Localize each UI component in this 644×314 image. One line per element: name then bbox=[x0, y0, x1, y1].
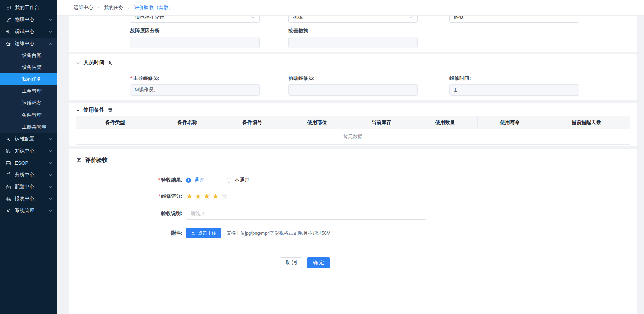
sidebar-item-ops-config[interactable]: 运维配置 bbox=[0, 133, 57, 145]
breadcrumb-item-ops-center[interactable]: 运维中心 bbox=[74, 5, 93, 11]
chevron-down-icon bbox=[49, 149, 52, 153]
fault-phenomenon-select[interactable]: 轴承存在异音 bbox=[130, 16, 260, 23]
sidebar-item-knowledge-center[interactable]: 知识中心 bbox=[0, 145, 57, 157]
sidebar-subitem-ops-archive[interactable]: 运维档案 bbox=[0, 97, 57, 109]
col-use-qty: 使用数量 bbox=[413, 116, 477, 129]
col-use-position: 使用部位 bbox=[285, 116, 350, 129]
sidebar-item-label: 配置中心 bbox=[15, 184, 45, 190]
star-icon[interactable]: ★ bbox=[186, 192, 193, 200]
note-placeholder: 请输入 bbox=[191, 210, 205, 217]
sidebar-subitem-device-ledger[interactable]: 设备台账 bbox=[0, 50, 57, 61]
improvement-input[interactable] bbox=[288, 37, 418, 48]
fault-cause-input[interactable] bbox=[130, 37, 260, 48]
chevron-down-icon bbox=[49, 18, 52, 22]
sidebar-subitem-device-alarm[interactable]: 设备告警 bbox=[0, 61, 57, 73]
report-table-icon bbox=[5, 196, 11, 202]
magnifier-robot-icon bbox=[5, 28, 11, 35]
col-use-life: 使用寿命 bbox=[477, 116, 543, 129]
bar-chart-icon bbox=[5, 172, 11, 178]
cancel-button[interactable]: 取 消 bbox=[280, 257, 302, 268]
chevron-down-icon bbox=[49, 161, 52, 165]
footer-buttons: 取 消 确 定 bbox=[280, 257, 630, 268]
star-outline-icon[interactable]: ☆ bbox=[221, 192, 228, 200]
fault-cause-label: 故障原因分析: bbox=[130, 28, 260, 34]
star-icon[interactable]: ★ bbox=[195, 192, 202, 200]
star-icon[interactable]: ★ bbox=[212, 192, 219, 200]
spares-section-title: 使用备件 bbox=[83, 107, 104, 113]
repair-score-row: *维修评分: ★ ★ ★ ★ ☆ bbox=[76, 192, 630, 200]
sidebar-subitem-workorder-mgmt[interactable]: 工单管理 bbox=[0, 85, 57, 97]
chevron-down-icon bbox=[49, 197, 52, 201]
archive-box-icon bbox=[108, 107, 113, 113]
radio-fail-label[interactable]: 不通过 bbox=[235, 177, 249, 183]
repair-time-value: 1 bbox=[454, 87, 574, 93]
required-asterisk: * bbox=[158, 177, 160, 183]
upload-hint: 支持上传jpg/png/mp4等影视格式文件,且不超过50M bbox=[227, 230, 330, 236]
col-spare-type: 备件类型 bbox=[76, 116, 155, 129]
acceptance-result-row: *验收结果: 通过 不通过 bbox=[76, 177, 630, 183]
sidebar-item-label: 知识中心 bbox=[15, 148, 45, 154]
house-wrench-icon bbox=[5, 40, 11, 47]
sidebar-item-label: 分析中心 bbox=[15, 172, 45, 178]
chevron-down-icon bbox=[409, 16, 413, 19]
chevron-down-icon bbox=[49, 137, 52, 141]
confirm-button[interactable]: 确 定 bbox=[307, 257, 330, 268]
radio-pass-label[interactable]: 通过 bbox=[194, 177, 204, 183]
fault-analysis-card: 轴承存在异音 机械 维修 故障原因 bbox=[69, 16, 637, 52]
col-current-stock: 当前库存 bbox=[350, 116, 413, 129]
col-spare-no: 备件编号 bbox=[220, 116, 285, 129]
chevron-down-icon bbox=[49, 173, 52, 177]
sidebar: 我的工作台 物联中心 调试中心 运维中心 设备台账 设备告警 我的任务 工单管理… bbox=[0, 0, 57, 314]
repair-time-label: 维修时间: bbox=[449, 75, 579, 81]
sidebar-item-label: ESOP bbox=[15, 160, 45, 166]
sidebar-item-system-mgmt[interactable]: 系统管理 bbox=[0, 205, 57, 217]
sidebar-subitem-spares-mgmt[interactable]: 备件管理 bbox=[0, 109, 57, 121]
attachment-label: 附件: bbox=[76, 230, 183, 236]
acceptance-note-row: 验收说明: 请输入 bbox=[76, 208, 630, 220]
sidebar-item-workbench[interactable]: 我的工作台 bbox=[0, 2, 57, 14]
sidebar-item-config-center[interactable]: 配置中心 bbox=[0, 181, 57, 193]
star-icon[interactable]: ★ bbox=[204, 192, 210, 200]
lead-repairman-input[interactable]: M操作员、 bbox=[130, 84, 260, 96]
fault-category-select[interactable]: 机械 bbox=[288, 16, 418, 23]
repair-score-label: *维修评分: bbox=[76, 193, 183, 199]
chevron-down-icon[interactable] bbox=[76, 61, 80, 65]
spares-card: 使用备件 备件类型 备件名称 备件编号 使用部位 当前库存 使用数量 bbox=[69, 103, 637, 146]
sidebar-item-esop[interactable]: ESOP ESOP bbox=[0, 157, 57, 169]
robot-arm-icon bbox=[5, 17, 11, 23]
repair-type-field[interactable]: 维修 bbox=[449, 16, 579, 23]
sidebar-item-analysis-center[interactable]: 分析中心 bbox=[0, 169, 57, 181]
chevron-down-icon[interactable] bbox=[76, 108, 80, 112]
improvement-label: 改善措施: bbox=[288, 28, 418, 34]
acceptance-result-label: *验收结果: bbox=[76, 177, 183, 183]
chevron-right-icon bbox=[97, 6, 100, 9]
breadcrumb-item-my-tasks[interactable]: 我的任务 bbox=[104, 5, 123, 11]
repair-type-value: 维修 bbox=[454, 16, 574, 20]
sidebar-subitem-tools-mgmt[interactable]: 工器具管理 bbox=[0, 121, 57, 133]
radio-pass[interactable] bbox=[186, 178, 191, 183]
acceptance-note-textarea[interactable]: 请输入 bbox=[186, 208, 426, 220]
workbench-icon bbox=[5, 5, 11, 11]
sidebar-subitem-my-tasks[interactable]: 我的任务 bbox=[0, 73, 57, 85]
breadcrumb: 运维中心 我的任务 评价验收（离散） bbox=[57, 0, 644, 16]
svg-text:ESOP: ESOP bbox=[6, 162, 10, 164]
sidebar-item-ops-center[interactable]: 运维中心 bbox=[0, 38, 57, 50]
lead-repairman-label: *主导维修员: bbox=[130, 75, 260, 81]
database-icon bbox=[5, 148, 11, 154]
sidebar-item-report-center[interactable]: 报表中心 bbox=[0, 193, 57, 205]
gear-search-icon bbox=[5, 136, 11, 142]
attachment-row: 附件: 点击上传 支持上传jpg/png/mp4等影视格式文件,且不超过50M bbox=[76, 228, 630, 238]
chevron-up-icon bbox=[49, 42, 52, 46]
sidebar-item-label: 运维配置 bbox=[15, 136, 45, 142]
assist-repairman-input[interactable] bbox=[288, 84, 418, 96]
repair-time-input[interactable]: 1 bbox=[449, 84, 579, 96]
empty-data-text: 暂无数据 bbox=[76, 129, 630, 144]
sidebar-item-iot-center[interactable]: 物联中心 bbox=[0, 14, 57, 26]
radio-fail[interactable] bbox=[227, 178, 231, 183]
main-area: 运维中心 我的任务 评价验收（离散） 轴承存在异音 机械 bbox=[57, 0, 644, 314]
sidebar-item-debug-center[interactable]: 调试中心 bbox=[0, 26, 57, 38]
spares-empty-row: 暂无数据 bbox=[76, 129, 630, 144]
esop-icon: ESOP bbox=[5, 160, 11, 166]
fault-category-value: 机械 bbox=[293, 16, 409, 20]
upload-button[interactable]: 点击上传 bbox=[186, 228, 221, 238]
